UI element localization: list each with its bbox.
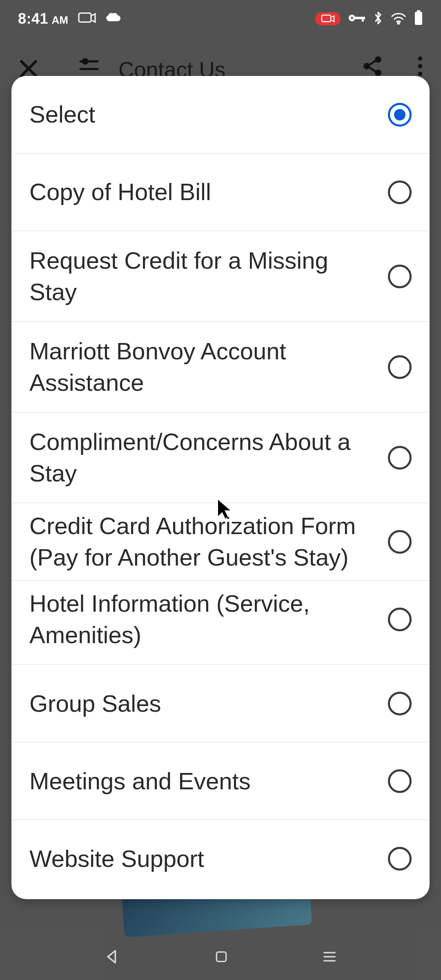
option-compliment-concerns[interactable]: Compliment/Concerns About a Stay <box>11 412 430 503</box>
option-website-support[interactable]: Website Support <box>11 820 430 898</box>
mouse-cursor-icon <box>216 498 233 521</box>
radio-icon <box>388 355 412 379</box>
option-request-credit[interactable]: Request Credit for a Missing Stay <box>11 231 430 322</box>
svg-point-19 <box>398 22 399 24</box>
radio-icon <box>388 530 412 554</box>
option-label: Credit Card Authorization Form (Pay for … <box>29 510 388 573</box>
option-bonvoy-assistance[interactable]: Marriott Bonvoy Account Assistance <box>11 322 430 412</box>
nav-recents-icon[interactable] <box>321 950 338 965</box>
radio-icon <box>388 608 412 631</box>
screen-record-indicator <box>315 12 341 25</box>
cloud-icon <box>106 11 123 26</box>
status-bar: 8:41 AM <box>0 0 441 38</box>
radio-icon <box>388 692 412 715</box>
radio-icon <box>388 769 412 793</box>
nav-home-icon[interactable] <box>213 949 229 967</box>
nav-back-icon[interactable] <box>103 948 121 967</box>
radio-icon <box>388 847 412 871</box>
option-label: Website Support <box>29 843 388 875</box>
option-label: Request Credit for a Missing Stay <box>29 245 388 307</box>
system-nav-bar <box>0 935 441 980</box>
svg-rect-13 <box>79 13 91 22</box>
status-time: 8:41 AM <box>18 10 68 27</box>
option-label: Meetings and Events <box>29 766 388 797</box>
radio-icon <box>388 103 412 127</box>
radio-icon <box>388 180 412 204</box>
svg-rect-21 <box>415 12 422 25</box>
option-label: Marriott Bonvoy Account Assistance <box>29 336 388 398</box>
option-label: Compliment/Concerns About a Stay <box>29 426 388 489</box>
svg-point-16 <box>351 17 353 19</box>
radio-icon <box>388 265 412 288</box>
vpn-key-icon <box>348 13 366 24</box>
option-hotel-info[interactable]: Hotel Information (Service, Amenities) <box>11 581 430 665</box>
option-select[interactable]: Select <box>11 76 430 154</box>
wifi-icon <box>390 11 407 26</box>
option-copy-of-hotel-bill[interactable]: Copy of Hotel Bill <box>11 154 430 231</box>
option-group-sales[interactable]: Group Sales <box>11 665 430 742</box>
option-label: Copy of Hotel Bill <box>29 176 388 208</box>
option-label: Select <box>29 99 388 130</box>
svg-rect-20 <box>417 10 420 12</box>
svg-rect-22 <box>216 952 226 961</box>
screencast-icon <box>78 11 96 26</box>
svg-rect-14 <box>322 15 331 22</box>
option-label: Group Sales <box>29 688 388 719</box>
svg-rect-18 <box>362 17 364 22</box>
radio-icon <box>388 446 412 470</box>
battery-icon <box>414 10 423 27</box>
option-meetings-events[interactable]: Meetings and Events <box>11 742 430 820</box>
option-label: Hotel Information (Service, Amenities) <box>29 588 388 650</box>
bluetooth-icon <box>373 11 383 27</box>
select-topic-dialog: Select Copy of Hotel Bill Request Credit… <box>11 76 430 899</box>
